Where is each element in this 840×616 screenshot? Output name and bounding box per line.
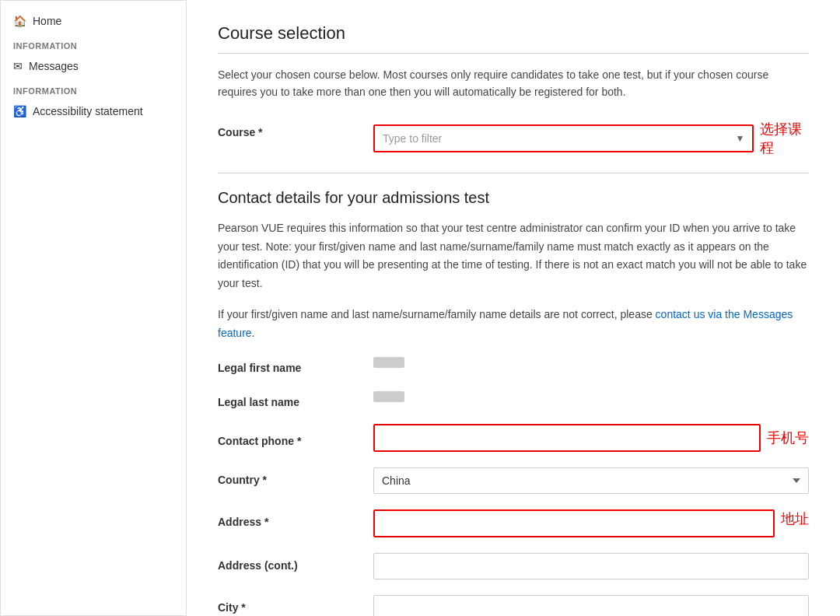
sidebar-messages-label: Messages — [29, 60, 79, 72]
city-label: City * — [218, 595, 373, 614]
sidebar-item-messages[interactable]: ✉ Messages — [1, 54, 186, 79]
address-cont-label: Address (cont.) — [218, 553, 373, 572]
city-input[interactable] — [373, 595, 809, 616]
contact-info-2: If your first/given name and last name/s… — [218, 306, 809, 343]
address-cont-row: Address (cont.) — [218, 553, 809, 579]
contact-phone-row: Contact phone * 手机号 — [218, 424, 809, 452]
sidebar: 🏠 Home INFORMATION ✉ Messages INFORMATIO… — [0, 0, 187, 616]
sidebar-item-home[interactable]: 🏠 Home — [1, 9, 186, 33]
contact-info-2-post: . — [252, 327, 255, 339]
address-row: Address * 地址 — [218, 509, 809, 537]
divider-1 — [218, 173, 809, 173]
legal-first-name-row: Legal first name — [218, 355, 809, 374]
legal-first-name-field — [373, 355, 809, 368]
city-row: City * — [218, 595, 809, 616]
legal-last-name-label: Legal last name — [218, 390, 373, 408]
contact-phone-wrapper — [373, 424, 761, 452]
course-annotation-wrapper: Type to filter ▼ 选择课程 — [373, 120, 809, 157]
sidebar-section-info1: INFORMATION — [1, 33, 186, 54]
accessibility-icon: ♿ — [13, 105, 26, 117]
legal-last-name-blurred — [373, 391, 404, 402]
contact-info-1: Pearson VUE requires this information so… — [218, 219, 809, 293]
country-row: Country * China United States United Kin… — [218, 467, 809, 494]
contact-info-2-pre: If your first/given name and last name/s… — [218, 308, 656, 320]
sidebar-accessibility-label: Accessibility statement — [33, 105, 143, 117]
address-cont-input[interactable] — [373, 553, 809, 579]
course-placeholder: Type to filter — [383, 132, 442, 145]
sidebar-item-accessibility[interactable]: ♿ Accessibility statement — [1, 99, 186, 124]
legal-first-name-label: Legal first name — [218, 355, 373, 374]
course-chinese-annotation: 选择课程 — [760, 120, 809, 157]
page-title: Course selection — [218, 23, 809, 54]
country-select[interactable]: China United States United Kingdom Austr… — [373, 467, 809, 494]
legal-first-name-blurred — [373, 357, 404, 368]
address-wrapper — [373, 509, 775, 537]
main-content: Course selection Select your chosen cour… — [187, 0, 840, 616]
course-row: Course * Type to filter ▼ 选择课程 — [218, 120, 809, 157]
country-label: Country * — [218, 467, 373, 486]
contact-phone-label: Contact phone * — [218, 429, 373, 447]
course-label: Course * — [218, 120, 373, 138]
intro-text: Select your chosen course below. Most co… — [218, 66, 809, 101]
sidebar-section-info2: INFORMATION — [1, 79, 186, 99]
address-label: Address * — [218, 509, 373, 528]
contact-phone-input[interactable] — [373, 424, 761, 452]
messages-icon: ✉ — [13, 60, 23, 72]
country-field: China United States United Kingdom Austr… — [373, 467, 809, 494]
address-cont-field — [373, 553, 809, 579]
legal-last-name-row: Legal last name — [218, 390, 809, 408]
city-field — [373, 595, 809, 616]
sidebar-home-label: Home — [33, 15, 61, 27]
phone-chinese-annotation: 手机号 — [767, 429, 809, 447]
legal-last-name-field — [373, 390, 809, 402]
address-chinese-annotation: 地址 — [781, 509, 809, 528]
course-dropdown[interactable]: Type to filter ▼ — [373, 124, 754, 152]
chevron-down-icon: ▼ — [736, 133, 745, 144]
course-field: Type to filter ▼ 选择课程 — [373, 120, 809, 157]
address-input[interactable] — [373, 509, 775, 537]
home-icon: 🏠 — [13, 15, 26, 27]
contact-section-title: Contact details for your admissions test — [218, 189, 809, 207]
